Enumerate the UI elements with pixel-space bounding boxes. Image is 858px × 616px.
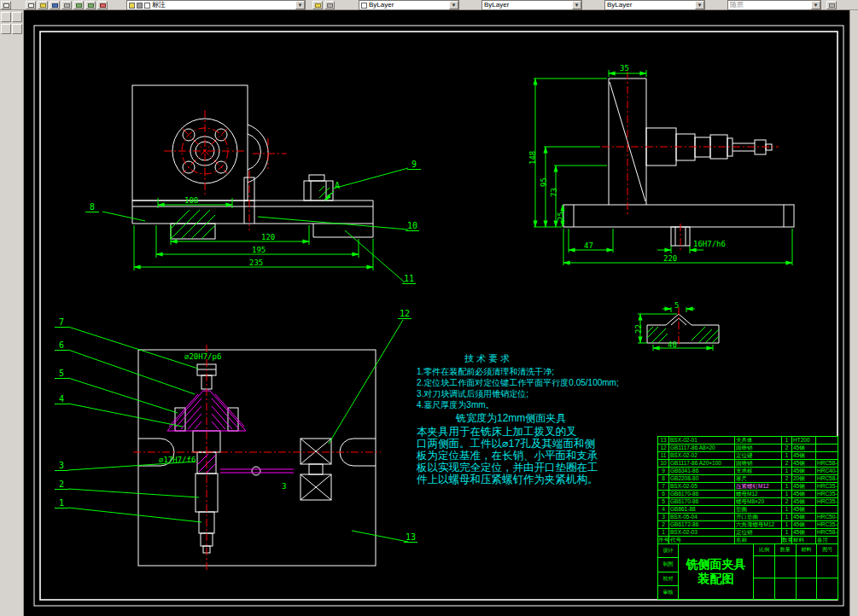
tb-left-label: 审核 bbox=[658, 586, 678, 599]
bom-cell-note: HRC58-64 bbox=[816, 529, 838, 536]
pan-tool-icon[interactable] bbox=[12, 12, 22, 22]
balloon-4: 4 bbox=[55, 394, 68, 404]
lineweight-combo[interactable]: ByLayer ▼ bbox=[604, 0, 705, 10]
print-icon[interactable] bbox=[61, 1, 72, 9]
bom-cell-qty: 2 bbox=[782, 475, 792, 482]
bom-cell-material: 45钢 bbox=[792, 483, 816, 490]
chevron-down-icon[interactable]: ▼ bbox=[572, 1, 581, 9]
make-layer-current-icon[interactable] bbox=[312, 1, 323, 9]
bom-cell-note bbox=[816, 445, 838, 451]
balloon-5: 5 bbox=[55, 369, 68, 379]
tech-requirements-list: 1.零件在装配前必须清理和清洗干净;2.定位块工作面对定位键工作平面平行度0.0… bbox=[417, 366, 619, 410]
tech-line: 4.塞尺厚度为3mm。 bbox=[417, 399, 619, 410]
bom-cell-seq: 2 bbox=[658, 521, 669, 528]
tb-field: 数量 bbox=[775, 544, 797, 555]
cad-application-window: 标注 ▼ ByLayer ▼ ByLayer ▼ ByLayer ▼ 随层 ▼ bbox=[0, 0, 858, 616]
select-tool-icon[interactable] bbox=[1, 12, 11, 22]
bom-cell-seq: 9 bbox=[658, 468, 669, 474]
bom-cell-note: HRC58-64 bbox=[816, 460, 838, 467]
bom-header-qty: 数量 bbox=[782, 537, 792, 543]
dim-3: 3 bbox=[282, 482, 286, 491]
right-scrollbar[interactable] bbox=[849, 10, 858, 616]
tech-line: 2.定位块工作面对定位键工作平面平行度0.05/100mm; bbox=[417, 377, 619, 388]
tb-field: 图号 bbox=[817, 544, 838, 555]
bom-cell-qty: 2 bbox=[782, 460, 792, 467]
draw-tool-icon[interactable] bbox=[12, 24, 22, 34]
bom-cell-code: GB1117-86 A8×20 bbox=[669, 445, 735, 451]
dim-22: 22 bbox=[634, 324, 643, 334]
chevron-down-icon[interactable]: ▼ bbox=[295, 1, 305, 9]
bom-table: 13BSX-02-01夹具体1HT20012GB1117-86 A8×20圆锥销… bbox=[657, 436, 838, 544]
fit-20h7: ⌀20H7/p6 bbox=[184, 352, 221, 361]
bom-cell-seq: 8 bbox=[658, 475, 669, 482]
open-file-icon[interactable] bbox=[38, 1, 48, 9]
bom-cell-qty: 1 bbox=[782, 483, 792, 490]
bom-cell-name: 垫圈 bbox=[735, 506, 782, 513]
fit-17h7: ⌀17H7/f6 bbox=[159, 456, 196, 464]
layer-previous-icon[interactable] bbox=[324, 1, 335, 9]
bom-cell-material: 45钢 bbox=[792, 506, 816, 513]
bom-cell-seq: 3 bbox=[658, 514, 669, 520]
dim-5: 5 bbox=[674, 301, 679, 310]
fixture-description: 铣宽度为12mm侧面夹具 本夹具用于在铣床上加工拨叉的叉口两侧面。工件以⌀17孔… bbox=[417, 412, 598, 485]
chevron-down-icon[interactable]: ▼ bbox=[811, 1, 820, 9]
bom-cell-material: 45钢 bbox=[792, 452, 816, 459]
zoom-tool-icon[interactable] bbox=[1, 24, 11, 34]
bom-rows: 13BSX-02-01夹具体1HT20012GB1117-86 A8×20圆锥销… bbox=[658, 437, 838, 537]
tech-requirements: 技术要求 1.零件在装配前必须清理和清洗干净;2.定位块工作面对定位键工作平面平… bbox=[417, 353, 619, 410]
tech-line: 1.零件在装配前必须清理和清洗干净; bbox=[417, 366, 619, 377]
title-block-drawing-name: 铣侧面夹具装配图 bbox=[679, 544, 754, 599]
tech-line: 3.对刀块调试后须用锥销定位; bbox=[417, 388, 619, 399]
new-file-icon[interactable] bbox=[26, 1, 36, 9]
dim-235: 235 bbox=[249, 259, 263, 267]
layer-lock-icon[interactable] bbox=[137, 3, 143, 9]
bom-cell-code: BSX-02-01 bbox=[669, 437, 735, 444]
bom-cell-material: 45钢 bbox=[792, 514, 816, 520]
bom-cell-note: HRC35-40 bbox=[816, 498, 838, 505]
plotstyle-combo[interactable]: 随层 ▼ bbox=[727, 0, 821, 10]
bom-row: 10GB1117-86 A20×100圆锥销245钢HRC58-64 bbox=[658, 460, 838, 468]
balloon-2: 2 bbox=[55, 479, 68, 490]
section-label-a: A bbox=[335, 182, 340, 190]
bom-cell-code: GB6341-86 bbox=[669, 468, 735, 474]
bom-cell-name: 圆锥销 bbox=[735, 460, 782, 467]
dim-25: 25 bbox=[557, 212, 565, 221]
layer-combo[interactable]: 标注 ▼ bbox=[126, 0, 306, 10]
app-menu-icon[interactable] bbox=[1, 1, 11, 9]
bom-cell-qty: 1 bbox=[782, 437, 792, 444]
bom-row: 9GB6341-86支承板145钢HRC40-45 bbox=[658, 468, 838, 475]
redo-icon[interactable] bbox=[85, 1, 96, 9]
bom-header-note: 备注 bbox=[816, 537, 838, 543]
bom-cell-seq: 5 bbox=[658, 498, 669, 505]
bom-cell-name: 支承板 bbox=[735, 468, 782, 474]
plotstyle-combo-value: 随层 bbox=[730, 1, 744, 9]
bom-cell-seq: 10 bbox=[658, 460, 669, 467]
layer-color-chip bbox=[144, 3, 150, 9]
bom-cell-code: BSX-02-02 bbox=[669, 452, 735, 459]
left-toolbar bbox=[0, 10, 24, 616]
bom-cell-qty: 1 bbox=[782, 529, 792, 536]
bom-cell-qty: 1 bbox=[782, 514, 792, 520]
layers-dialog-icon[interactable] bbox=[97, 1, 108, 9]
bom-cell-qty: 1 bbox=[782, 491, 792, 497]
undo-icon[interactable] bbox=[73, 1, 84, 9]
chevron-down-icon[interactable]: ▼ bbox=[695, 1, 704, 9]
bom-row: 8GB2208-80塞尺220钢HRC58-64 bbox=[658, 475, 838, 483]
toolbar-overflow-icon[interactable] bbox=[826, 1, 837, 9]
tb-left-label: 制图 bbox=[658, 558, 678, 572]
color-combo[interactable]: ByLayer ▼ bbox=[359, 0, 459, 10]
chevron-down-icon[interactable]: ▼ bbox=[449, 1, 458, 9]
desc-line: 本夹具用于在铣床上加工拨叉的叉 bbox=[417, 426, 598, 438]
layer-on-icon[interactable] bbox=[129, 3, 135, 9]
bom-cell-qty: 1 bbox=[782, 506, 792, 513]
dim-40: 40 bbox=[668, 340, 677, 349]
title-block-row bbox=[754, 578, 838, 600]
bom-cell-note: HRC35-40 bbox=[816, 491, 838, 497]
tb-name-line: 装配图 bbox=[698, 572, 734, 585]
desc-line: 件上以螺母和压紧螺钉作为夹紧机构。 bbox=[417, 474, 598, 485]
linetype-combo[interactable]: ByLayer ▼ bbox=[482, 0, 582, 10]
bom-cell-seq: 13 bbox=[658, 437, 669, 444]
bom-row: 12GB1117-86 A8×20圆锥销245钢 bbox=[658, 445, 838, 452]
save-icon[interactable] bbox=[50, 1, 60, 9]
balloon-11: 11 bbox=[402, 274, 416, 284]
